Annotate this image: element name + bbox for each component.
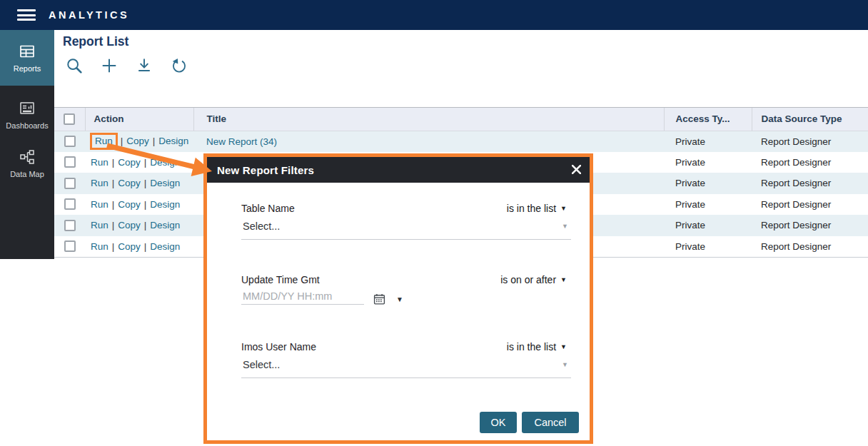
link-separator: | <box>144 241 147 252</box>
run-link[interactable]: Run <box>91 199 108 210</box>
app-root: ANALYTICS Reports <box>0 0 868 446</box>
hamburger-menu-icon[interactable] <box>17 9 36 21</box>
access-type-cell: Private <box>664 236 752 258</box>
copy-link[interactable]: Copy <box>118 178 141 188</box>
design-link[interactable]: Design <box>150 199 180 210</box>
report-title-link[interactable]: New Report (34) <box>206 136 277 147</box>
app-title: ANALYTICS <box>49 0 129 30</box>
column-header-action[interactable]: Action <box>85 108 193 131</box>
column-header-data-source-type[interactable]: Data Source Type <box>752 108 868 131</box>
download-button[interactable] <box>134 56 154 76</box>
table-header-row: Action Title Access Ty... Data Source Ty… <box>54 108 868 131</box>
add-report-button[interactable] <box>99 56 119 76</box>
header-checkbox-cell <box>54 108 85 131</box>
reset-icon <box>171 57 188 76</box>
row-checkbox[interactable] <box>64 198 76 210</box>
search-button[interactable] <box>64 56 84 76</box>
link-separator: | <box>112 241 115 252</box>
link-separator: | <box>153 136 156 146</box>
link-separator: | <box>112 157 115 168</box>
modal-header: New Report Filters <box>207 157 590 183</box>
run-link[interactable]: Run <box>91 220 108 230</box>
sidebar-item-data-map[interactable]: Data Map <box>0 148 54 178</box>
filter-imos-user-name: Imos User Name is in the list ▼ Select..… <box>241 341 571 378</box>
dashboards-icon <box>18 100 36 117</box>
search-icon <box>66 57 83 76</box>
sidebar-item-label: Data Map <box>10 170 44 178</box>
new-report-filters-modal: New Report Filters Table Name is in the … <box>203 153 593 444</box>
filter-label: Imos User Name <box>241 341 316 353</box>
filter-table-name: Table Name is in the list ▼ Select... ▼ <box>241 203 571 240</box>
copy-link[interactable]: Copy <box>118 157 141 168</box>
chevron-down-icon: ▼ <box>562 362 568 368</box>
reset-button[interactable] <box>169 56 189 76</box>
access-type-cell: Private <box>664 173 752 194</box>
data-source-cell: Report Designer <box>752 173 868 194</box>
operator-value: is on or after <box>500 274 556 285</box>
design-link[interactable]: Design <box>150 220 180 230</box>
modal-actions: OK Cancel <box>480 412 579 433</box>
calendar-icon <box>373 296 385 307</box>
filter-label: Update Time Gmt <box>241 274 320 285</box>
run-link[interactable]: Run <box>90 133 118 150</box>
row-checkbox[interactable] <box>64 220 76 231</box>
operator-value: is in the list <box>507 341 556 353</box>
calendar-picker-button[interactable] <box>373 293 385 305</box>
table-row: Run|Copy|DesignNew Report (34)PrivateRep… <box>54 131 868 152</box>
sidebar-item-dashboards[interactable]: Dashboards <box>0 100 54 130</box>
design-link[interactable]: Design <box>150 157 180 168</box>
copy-link[interactable]: Copy <box>118 220 141 230</box>
design-link[interactable]: Design <box>158 136 188 146</box>
run-link[interactable]: Run <box>91 157 108 168</box>
add-icon <box>101 57 118 76</box>
link-separator: | <box>112 220 115 230</box>
chevron-down-icon: ▼ <box>560 277 567 283</box>
data-source-cell: Report Designer <box>752 194 868 216</box>
design-link[interactable]: Design <box>150 178 180 188</box>
row-checkbox[interactable] <box>64 136 76 147</box>
ok-button[interactable]: OK <box>480 412 517 433</box>
link-separator: | <box>121 136 123 146</box>
design-link[interactable]: Design <box>150 241 180 252</box>
select-placeholder: Select... <box>243 221 280 232</box>
reports-table-icon <box>18 43 36 60</box>
operator-dropdown[interactable]: is on or after ▼ <box>500 274 571 285</box>
table-name-select[interactable]: Select... ▼ <box>241 221 571 240</box>
chevron-down-icon: ▼ <box>560 344 567 350</box>
sidebar-item-label: Dashboards <box>6 121 48 130</box>
access-type-cell: Private <box>664 152 752 173</box>
copy-link[interactable]: Copy <box>118 241 141 252</box>
run-link[interactable]: Run <box>91 178 108 188</box>
copy-link[interactable]: Copy <box>118 199 141 210</box>
modal-body: Table Name is in the list ▼ Select... ▼ … <box>207 183 590 440</box>
run-link[interactable]: Run <box>91 241 108 252</box>
column-header-access-type[interactable]: Access Ty... <box>664 108 752 131</box>
select-placeholder: Select... <box>243 359 280 370</box>
row-checkbox[interactable] <box>64 240 76 252</box>
data-source-cell: Report Designer <box>752 236 868 258</box>
select-all-checkbox[interactable] <box>64 113 75 125</box>
imos-user-name-select[interactable]: Select... ▼ <box>241 359 571 378</box>
operator-dropdown[interactable]: is in the list ▼ <box>507 203 571 214</box>
copy-link[interactable]: Copy <box>126 136 149 146</box>
row-checkbox[interactable] <box>64 156 76 168</box>
access-type-cell: Private <box>664 215 752 236</box>
filter-label: Table Name <box>241 203 295 214</box>
link-separator: | <box>144 157 147 168</box>
datetime-dropdown-caret[interactable]: ▼ <box>396 295 403 305</box>
link-separator: | <box>144 178 147 188</box>
close-button[interactable] <box>571 165 581 175</box>
link-separator: | <box>144 199 147 210</box>
chevron-down-icon: ▼ <box>560 206 567 212</box>
sidebar-item-reports[interactable]: Reports <box>0 30 54 86</box>
row-checkbox[interactable] <box>64 178 76 189</box>
page-title: Report List <box>63 34 128 49</box>
filter-update-time-gmt: Update Time Gmt is on or after ▼ <box>241 274 571 305</box>
modal-title: New Report Filters <box>217 164 314 176</box>
data-source-cell: Report Designer <box>752 131 868 152</box>
cancel-button[interactable]: Cancel <box>522 412 579 433</box>
data-source-cell: Report Designer <box>752 152 868 173</box>
datetime-input[interactable] <box>241 290 364 305</box>
operator-dropdown[interactable]: is in the list ▼ <box>507 341 571 353</box>
column-header-title[interactable]: Title <box>193 108 664 131</box>
